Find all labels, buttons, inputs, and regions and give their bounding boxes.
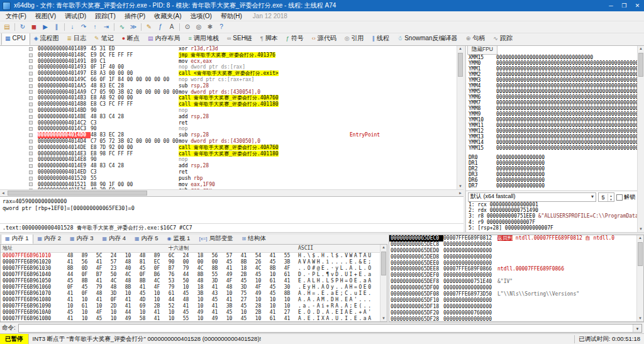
dump-vscrollbar[interactable] <box>380 245 387 321</box>
disasm-gutter[interactable] <box>0 58 38 65</box>
minimize-button[interactable]: ─ <box>604 0 618 11</box>
dump-row[interactable]: 00007FFE6B9610804110410F414D104448104541… <box>1 297 380 303</box>
register-row[interactable]: YMM6000000000000000000000000000000000000… <box>466 94 637 100</box>
tab-seh[interactable]: ∞SEH链 <box>223 33 257 45</box>
disasm-row[interactable]: 00000000004014BE48 83 C4 28add rsp,28 <box>0 114 457 120</box>
scrollbar-thumb[interactable] <box>638 242 643 266</box>
unlock-checkbox[interactable]: 解锁 <box>616 193 635 201</box>
disassembly-view[interactable]: 000000000040148945 31 EDxor r13d,r13d000… <box>0 46 464 189</box>
disasm-gutter[interactable] <box>0 175 38 182</box>
tab-locals[interactable]: [x=]局部变量 <box>194 235 237 244</box>
disasm-row[interactable]: 000000000040148945 31 EDxor r13d,r13d <box>0 46 457 52</box>
pause-icon[interactable]: ∥ <box>51 22 62 32</box>
titlebar[interactable]: x64dbg - 文件: 青年歌手大奖赛_评委会打分.exe - PID: 8 … <box>0 0 644 11</box>
register-row[interactable]: YMM3000000000000000000000000000000000000… <box>466 77 637 83</box>
font-icon[interactable]: A <box>166 22 177 32</box>
execute-till-return-icon[interactable]: ↑ <box>89 22 101 32</box>
argument-row[interactable]: 5: [rsp+28] 000000000000007F <box>466 225 637 231</box>
close-button[interactable]: ✕ <box>631 0 644 11</box>
tab-struct[interactable]: ⊞结构体 <box>238 235 270 244</box>
fx-icon[interactable]: ƒ <box>155 22 166 32</box>
register-row[interactable]: DR30000000000000000 <box>466 172 637 177</box>
dump-row[interactable]: 00007FFE6B961070410F483D10451061453B4310… <box>1 291 380 297</box>
notes-icon[interactable]: ✎ <box>143 22 155 32</box>
scrollbar-thumb[interactable] <box>381 252 386 275</box>
maximize-button[interactable]: ❐ <box>618 0 631 11</box>
step-over-icon[interactable]: ↷ <box>78 22 89 32</box>
menu-item[interactable]: 文件(F) <box>1 11 31 21</box>
skip-icon[interactable]: ⇥ <box>101 22 112 32</box>
register-row[interactable]: YMM5000000000000000000000000000000000000… <box>466 89 637 94</box>
fpu-toggle-button[interactable]: 隐藏FPU <box>467 46 497 55</box>
menu-item[interactable]: 帮助(H) <box>216 11 247 21</box>
disasm-row[interactable]: 00000000004014C390nop <box>0 126 457 132</box>
disasm-gutter[interactable] <box>0 120 38 126</box>
disasm-gutter[interactable] <box>0 182 38 188</box>
disasm-row[interactable]: 00000000004014B3E8 A8 92 00 00call 青年歌手大… <box>0 95 457 101</box>
dump-row[interactable]: 00007FFE6B9610901061102D41692B524110413B… <box>1 303 380 309</box>
tab-notes[interactable]: ✎笔记 <box>91 33 118 45</box>
stack-row[interactable]: 000000000065DEC000007FFE689F0812返回到 ntdl… <box>389 235 636 241</box>
argument-row[interactable]: 2: rdx 0000000000751490 <box>466 208 637 213</box>
dump-row[interactable]: 00007FFE6B9610308B0D4F2340450FB7794C8B41… <box>1 265 380 272</box>
tab-trace[interactable]: ∿跟踪 <box>489 33 517 45</box>
stack-row[interactable]: 000000000065DF0800007FFE68973D50L"\\Nls\… <box>389 291 636 297</box>
disasm-gutter[interactable] <box>0 108 38 114</box>
menu-item[interactable]: 跟踪(T) <box>91 11 120 21</box>
references-icon[interactable]: ◎ <box>193 22 204 32</box>
disasm-gutter[interactable] <box>0 138 38 145</box>
stack-vscrollbar[interactable] <box>636 235 643 321</box>
register-row[interactable]: YMM1500000000000000000000000000000000000… <box>466 145 637 151</box>
disasm-gutter[interactable] <box>0 89 38 96</box>
register-row[interactable]: YMM1000000000000000000000000000000000000… <box>466 66 637 72</box>
tab-handles[interactable]: ⊕句柄 <box>462 33 490 45</box>
tab-memory-4[interactable]: ▦内存 4 <box>98 235 131 244</box>
command-input[interactable] <box>19 325 633 331</box>
trace-into-icon[interactable]: ∿ <box>116 22 128 32</box>
argument-row[interactable]: 3: r8 0000000000751EE0 &"ALLUSERSPROFILE… <box>466 213 637 219</box>
disasm-row[interactable]: 00000000004014E3E8 98 FC FF FFcall 青年歌手大… <box>0 151 457 157</box>
disasm-row[interactable]: 00000000004014E890nop <box>0 157 457 163</box>
stack-row[interactable]: 000000000065DED80000000000000000 <box>389 254 636 260</box>
disasm-row[interactable]: 00000000004014D048 83 EC 28sub rsp,28Ent… <box>0 132 457 138</box>
disasm-row[interactable]: 000000000040152055push rbp <box>0 175 457 182</box>
register-row[interactable]: YMM1200000000000000000000000000000000000… <box>466 128 637 134</box>
register-row[interactable]: DR10000000000000000 <box>466 160 637 166</box>
dump-row[interactable]: 00007FFE6B961020415641574881EC9000000045… <box>1 259 380 265</box>
register-row[interactable]: XMM1500000000000000000000000000000000 <box>466 55 637 60</box>
stack-row[interactable]: 000000000065DEE00000000000000000 <box>389 260 636 267</box>
help-icon[interactable]: ? <box>216 22 227 32</box>
register-row[interactable]: YMM2000000000000000000000000000000000000… <box>466 72 637 77</box>
register-row[interactable]: DR20000000000000000 <box>466 166 637 172</box>
tab-call-stack[interactable]: ≡调用堆栈 <box>185 33 223 45</box>
register-row[interactable]: YMM8000000000000000000000000000000000000… <box>466 106 637 111</box>
disasm-gutter[interactable] <box>0 157 38 163</box>
register-row[interactable]: YMM4000000000000000000000000000000000000… <box>466 83 637 89</box>
stack-row[interactable]: 000000000065DF200000000000760000 <box>389 310 636 316</box>
disasm-row[interactable]: 00000000004014E948 83 C4 28add rsp,28 <box>0 163 457 169</box>
disasm-gutter[interactable] <box>0 95 38 101</box>
dump-row[interactable]: 00007FFE6B9610A045104F104410411045494145… <box>1 309 380 316</box>
register-row[interactable]: DR60000000000000000 <box>466 177 637 183</box>
menu-item[interactable]: 视图(V) <box>31 11 60 21</box>
stack-row[interactable]: 000000000065DED00000000000000000 <box>389 248 636 254</box>
tab-snowman[interactable]: ☃Snowman反编译器 <box>394 33 462 45</box>
tab-breakpoints[interactable]: ●断点 <box>118 33 144 45</box>
disasm-gutter[interactable] <box>0 114 38 120</box>
tab-memory-1[interactable]: ▦内存 1 <box>1 235 33 244</box>
disasm-row[interactable]: 00000000004014A9C7 05 9D 3B 02 00 00 00 … <box>0 89 457 96</box>
scrollbar-thumb[interactable] <box>458 53 463 77</box>
disasm-gutter[interactable] <box>0 132 38 138</box>
stack-view[interactable]: 000000000065DEC000007FFE689F0812返回到 ntdl… <box>389 235 644 322</box>
register-row[interactable]: DR00000000000000000 <box>466 155 637 160</box>
stack-row[interactable]: 000000000065DEF80000000000751E40&"IV" <box>389 279 636 285</box>
tab-memory-map[interactable]: ▤内存布局 <box>144 33 185 45</box>
scrollbar-thumb[interactable] <box>638 53 643 77</box>
stop-icon[interactable]: ◼ <box>28 22 40 32</box>
disasm-gutter[interactable] <box>0 64 38 70</box>
menu-item[interactable]: 插件(P) <box>120 11 150 21</box>
arg-count-spinner[interactable]: 5 <box>598 192 614 202</box>
disasm-gutter[interactable] <box>0 126 38 132</box>
disasm-gutter[interactable] <box>0 163 38 169</box>
disasm-row[interactable]: 00000000004014B8E8 C3 FC FF FFcall 青年歌手大… <box>0 101 457 108</box>
